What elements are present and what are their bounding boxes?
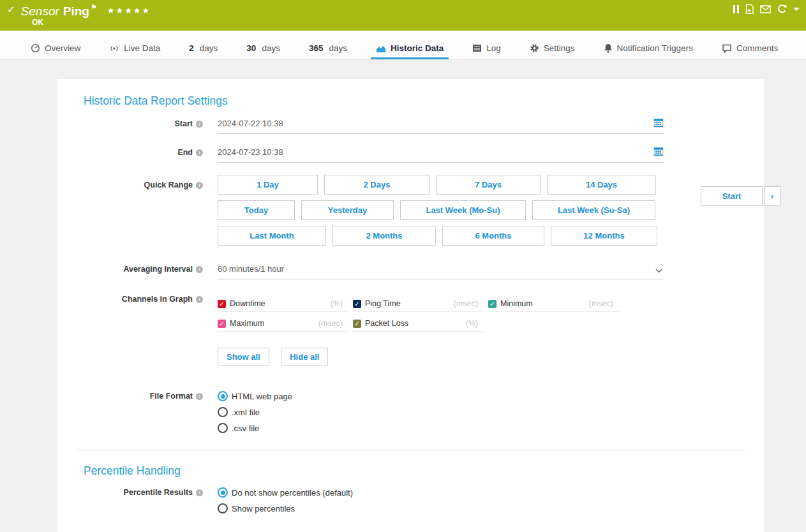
channels-label: Channels in Graph bbox=[122, 295, 193, 304]
status-ok-check-icon: ✓ bbox=[7, 4, 15, 15]
file-format-row: File Formati HTML web page .xml file .cs… bbox=[57, 391, 764, 433]
start-report-button[interactable]: Start bbox=[701, 186, 763, 206]
start-row: Starti 2024-07-22 10:38 bbox=[57, 119, 764, 134]
quick-range-button[interactable]: Today bbox=[218, 200, 295, 220]
radio-selected-icon[interactable] bbox=[218, 487, 228, 498]
channel-unit: (msec) bbox=[454, 299, 484, 308]
channels-row: Channels in Graphi Downtime (%) Ping Tim… bbox=[57, 294, 764, 366]
quick-range-button[interactable]: Last Week (Su-Sa) bbox=[532, 200, 655, 220]
calendar-icon[interactable] bbox=[653, 146, 664, 159]
radio-icon[interactable] bbox=[218, 407, 228, 417]
settings-panel: Historic Data Report Settings Starti 202… bbox=[57, 79, 764, 532]
quick-range-button[interactable]: 12 Months bbox=[551, 226, 657, 246]
quick-range-row: Quick Rangei 1 Day 2 Days 7 Days 14 Days… bbox=[57, 175, 764, 246]
quick-range-button[interactable]: 2 Days bbox=[324, 175, 429, 195]
tab-log[interactable]: Log bbox=[470, 43, 504, 59]
tab-comments[interactable]: Comments bbox=[719, 43, 780, 59]
chevron-down-icon[interactable] bbox=[655, 265, 662, 275]
refresh-icon[interactable] bbox=[777, 4, 787, 14]
gear-icon bbox=[530, 43, 539, 53]
end-date-field[interactable]: 2024-07-23 10:38 bbox=[218, 147, 664, 163]
start-report-group: Start › bbox=[701, 186, 780, 206]
tab-settings[interactable]: Settings bbox=[527, 43, 578, 59]
calendar-icon[interactable] bbox=[653, 117, 664, 130]
averaging-interval-label: Averaging Interval bbox=[123, 265, 193, 274]
quick-range-button[interactable]: Yesterday bbox=[301, 200, 394, 220]
channel-maximum[interactable]: Maximum (msec) bbox=[218, 319, 348, 332]
quick-range-button[interactable]: Last Month bbox=[218, 226, 326, 246]
info-icon[interactable]: i bbox=[196, 149, 203, 156]
info-icon[interactable]: i bbox=[196, 393, 203, 400]
channel-checkbox[interactable] bbox=[488, 300, 496, 308]
averaging-interval-row: Averaging Intervali 60 minutes/1 hour bbox=[57, 264, 764, 279]
channel-checkbox[interactable] bbox=[218, 300, 226, 308]
area-chart-icon bbox=[376, 44, 386, 53]
caret-down-icon[interactable] bbox=[793, 8, 800, 11]
channel-minimum[interactable]: Minimum (msec) bbox=[488, 299, 619, 312]
quick-range-button[interactable]: Last Week (Mo-Su) bbox=[400, 200, 526, 220]
report-document-icon[interactable] bbox=[745, 4, 754, 14]
tab-notification-triggers[interactable]: Notification Triggers bbox=[601, 43, 696, 59]
tab-365-days[interactable]: 365 days bbox=[306, 43, 350, 59]
start-label: Start bbox=[175, 119, 193, 128]
channel-checkbox[interactable] bbox=[353, 320, 361, 328]
sensor-name: Ping bbox=[63, 4, 89, 18]
hide-all-button[interactable]: Hide all bbox=[281, 348, 328, 366]
channel-checkbox[interactable] bbox=[353, 300, 361, 308]
mail-icon[interactable] bbox=[760, 5, 771, 13]
tab-overview[interactable]: Overview bbox=[28, 43, 83, 59]
percentile-on-option[interactable]: Show percentiles bbox=[218, 503, 764, 514]
info-icon[interactable]: i bbox=[196, 266, 203, 273]
flag-icon[interactable]: ⚑ bbox=[91, 3, 97, 11]
quick-range-button[interactable]: 6 Months bbox=[442, 226, 544, 246]
bell-icon bbox=[604, 43, 613, 53]
file-format-html-option[interactable]: HTML web page bbox=[218, 391, 764, 401]
channel-checkbox[interactable] bbox=[218, 320, 226, 328]
tab-historic-data[interactable]: Historic Data bbox=[373, 43, 446, 59]
sensor-header: ✓SensorPing⚑★★★★★ OK bbox=[0, 0, 806, 31]
priority-stars[interactable]: ★★★★★ bbox=[107, 6, 151, 15]
quick-range-button[interactable]: 7 Days bbox=[436, 175, 541, 195]
channel-unit: (%) bbox=[331, 299, 348, 308]
channel-packet-loss[interactable]: Packet Loss (%) bbox=[353, 319, 484, 332]
quick-range-label: Quick Range bbox=[144, 181, 193, 189]
info-icon[interactable]: i bbox=[196, 489, 203, 496]
channel-ping-time[interactable]: Ping Time (msec) bbox=[353, 299, 484, 312]
channel-downtime[interactable]: Downtime (%) bbox=[218, 299, 348, 312]
end-label: End bbox=[177, 148, 193, 157]
quick-range-button[interactable]: 1 Day bbox=[218, 175, 318, 195]
tab-live-data[interactable]: Live Data bbox=[107, 43, 163, 59]
radio-icon[interactable] bbox=[218, 423, 228, 433]
radio-selected-icon[interactable] bbox=[218, 391, 228, 401]
gauge-icon bbox=[31, 43, 40, 53]
show-all-button[interactable]: Show all bbox=[218, 348, 269, 366]
percentile-results-row: Percentile Resultsi Do not show percenti… bbox=[57, 487, 764, 514]
live-signal-icon bbox=[109, 44, 119, 53]
info-icon[interactable]: i bbox=[196, 121, 203, 128]
averaging-interval-select[interactable]: 60 minutes/1 hour bbox=[218, 264, 664, 279]
percentile-off-option[interactable]: Do not show percentiles (default) bbox=[218, 487, 764, 498]
report-settings-title: Historic Data Report Settings bbox=[84, 79, 764, 108]
channel-unit: (msec) bbox=[318, 319, 348, 328]
tab-30-days[interactable]: 30 days bbox=[244, 43, 283, 59]
comment-bubble-icon bbox=[722, 44, 732, 53]
start-date-field[interactable]: 2024-07-22 10:38 bbox=[218, 119, 664, 134]
percentile-handling-title: Percentile Handling bbox=[84, 464, 764, 478]
radio-icon[interactable] bbox=[218, 503, 228, 514]
end-row: Endi 2024-07-23 10:38 bbox=[57, 147, 764, 163]
pause-icon[interactable] bbox=[733, 5, 739, 13]
info-icon[interactable]: i bbox=[196, 182, 203, 189]
channel-unit: (msec) bbox=[589, 299, 619, 308]
start-report-arrow-button[interactable]: › bbox=[764, 186, 780, 206]
tab-2-days[interactable]: 2 days bbox=[186, 43, 220, 59]
file-format-xml-option[interactable]: .xml file bbox=[218, 407, 764, 417]
channel-unit: (%) bbox=[466, 319, 484, 328]
log-icon bbox=[472, 44, 482, 52]
sensor-type-label: Sensor bbox=[21, 4, 59, 18]
percentile-results-label: Percentile Results bbox=[124, 488, 193, 497]
info-icon[interactable]: i bbox=[196, 296, 203, 303]
file-format-csv-option[interactable]: .csv file bbox=[218, 423, 764, 433]
tab-bar: Overview Live Data 2 days 30 days 365 da… bbox=[0, 31, 806, 60]
quick-range-button[interactable]: 14 Days bbox=[547, 175, 656, 195]
quick-range-button[interactable]: 2 Months bbox=[332, 226, 436, 246]
